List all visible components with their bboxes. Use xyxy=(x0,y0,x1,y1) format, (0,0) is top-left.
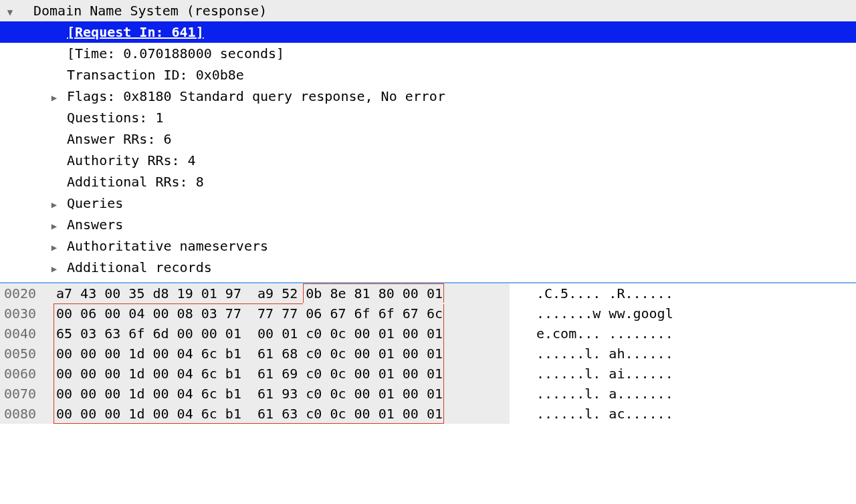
hex-row[interactable]: 007000 00 00 1d 00 04 6c b1 61 93 c0 0c … xyxy=(0,384,856,404)
tree-label: Authoritative nameservers xyxy=(67,236,268,256)
highlight-join xyxy=(303,303,444,304)
hex-ascii: ......l. ac...... xyxy=(510,404,673,424)
tree-node-authority-rrs[interactable]: Authority RRs: 4 xyxy=(0,150,856,171)
tree-node-answers[interactable]: Answers xyxy=(0,214,856,235)
tree-node-answer-rrs[interactable]: Answer RRs: 6 xyxy=(0,128,856,150)
tree-label: [Request In: 641] xyxy=(0,22,204,42)
hex-bytes[interactable]: 65 03 63 6f 6d 00 00 01 00 01 c0 0c 00 0… xyxy=(48,324,510,344)
hex-offset: 0070 xyxy=(0,384,48,404)
hex-row[interactable]: 006000 00 00 1d 00 04 6c b1 61 69 c0 0c … xyxy=(0,364,856,384)
tree-node-additional-records[interactable]: Additional records xyxy=(0,257,856,278)
hex-bytes[interactable]: 00 00 00 1d 00 04 6c b1 61 69 c0 0c 00 0… xyxy=(48,364,510,384)
hex-ascii: ......l. a....... xyxy=(510,384,673,404)
hex-row[interactable]: 004065 03 63 6f 6d 00 00 01 00 01 c0 0c … xyxy=(0,324,856,344)
hex-bytes[interactable]: 00 00 00 1d 00 04 6c b1 61 93 c0 0c 00 0… xyxy=(48,384,510,404)
hex-ascii: .C.5.... .R...... xyxy=(510,283,673,303)
hex-offset: 0040 xyxy=(0,324,48,344)
hex-offset: 0050 xyxy=(0,344,48,364)
hex-bytes[interactable]: 00 00 00 1d 00 04 6c b1 61 63 c0 0c 00 0… xyxy=(48,404,510,424)
hex-row[interactable]: 0020a7 43 00 35 d8 19 01 97 a9 52 0b 8e … xyxy=(0,283,856,303)
hex-row[interactable]: 005000 00 00 1d 00 04 6c b1 61 68 c0 0c … xyxy=(0,344,856,364)
hex-bytes[interactable]: 00 00 00 1d 00 04 6c b1 61 68 c0 0c 00 0… xyxy=(48,344,510,364)
hex-row[interactable]: 008000 00 00 1d 00 04 6c b1 61 63 c0 0c … xyxy=(0,404,856,424)
tree-label: Additional RRs: 8 xyxy=(0,172,204,192)
hex-ascii: ......l. ah...... xyxy=(510,344,673,364)
chevron-down-icon[interactable] xyxy=(4,5,16,19)
tree-label: Answers xyxy=(67,215,123,235)
tree-node-questions[interactable]: Questions: 1 xyxy=(0,107,856,128)
tree-label: Transaction ID: 0x0b8e xyxy=(0,65,244,85)
tree-label: [Time: 0.070188000 seconds] xyxy=(0,43,284,64)
chevron-right-icon[interactable] xyxy=(48,219,60,233)
hex-offset: 0030 xyxy=(0,303,48,324)
chevron-right-icon[interactable] xyxy=(48,262,60,276)
tree-label: Additional records xyxy=(67,257,212,277)
hex-row[interactable]: 003000 06 00 04 00 08 03 77 77 77 06 67 … xyxy=(0,303,856,324)
tree-label: Questions: 1 xyxy=(0,108,164,128)
packet-bytes-pane: 0020a7 43 00 35 d8 19 01 97 a9 52 0b 8e … xyxy=(0,282,856,424)
hex-offset: 0080 xyxy=(0,404,48,424)
tree-node-transaction-id[interactable]: Transaction ID: 0x0b8e xyxy=(0,64,856,86)
tree-node-authoritative-nameservers[interactable]: Authoritative nameservers xyxy=(0,235,856,257)
chevron-right-icon[interactable] xyxy=(48,241,60,255)
tree-node-queries[interactable]: Queries xyxy=(0,193,856,214)
hex-bytes[interactable]: a7 43 00 35 d8 19 01 97 a9 52 0b 8e 81 8… xyxy=(48,283,510,303)
tree-label: Answer RRs: 6 xyxy=(0,129,172,149)
tree-label: Authority RRs: 4 xyxy=(0,150,196,170)
tree-label: Queries xyxy=(67,193,123,213)
hex-ascii: .......w ww.googl xyxy=(510,303,673,324)
tree-label: Flags: 0x8180 Standard query response, N… xyxy=(67,86,445,106)
hex-ascii: e.com... ........ xyxy=(510,324,673,344)
chevron-right-icon[interactable] xyxy=(48,91,60,105)
hex-ascii: ......l. ai...... xyxy=(510,364,673,384)
tree-node-additional-rrs[interactable]: Additional RRs: 8 xyxy=(0,171,856,193)
tree-node-dns[interactable]: Domain Name System (response) xyxy=(0,0,856,21)
packet-details-tree: Domain Name System (response) [Request I… xyxy=(0,0,856,282)
chevron-right-icon[interactable] xyxy=(48,198,60,212)
tree-label: Domain Name System (response) xyxy=(33,1,267,21)
hex-offset: 0020 xyxy=(0,283,48,303)
hex-bytes[interactable]: 00 06 00 04 00 08 03 77 77 77 06 67 6f 6… xyxy=(48,303,510,324)
tree-node-request-in[interactable]: [Request In: 641] xyxy=(0,21,856,43)
hex-offset: 0060 xyxy=(0,364,48,384)
tree-node-flags[interactable]: Flags: 0x8180 Standard query response, N… xyxy=(0,86,856,107)
tree-node-time[interactable]: [Time: 0.070188000 seconds] xyxy=(0,43,856,64)
